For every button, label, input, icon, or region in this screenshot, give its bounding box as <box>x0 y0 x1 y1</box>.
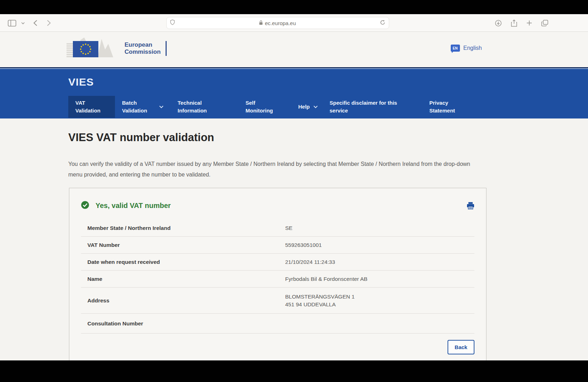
chevron-down-icon <box>159 105 163 108</box>
vies-brand[interactable]: VIES <box>68 76 588 88</box>
reload-icon[interactable] <box>380 20 385 27</box>
main-content: VIES VAT number validation You can verif… <box>0 131 588 360</box>
browser-window: ec.europa.eu <box>0 14 588 360</box>
table-row: Address BLOMSTERÄNGSVÄGEN 1 451 94 UDDEV… <box>81 288 474 314</box>
back-icon[interactable] <box>33 20 38 26</box>
ec-logo-line2: Commission <box>125 48 161 56</box>
language-badge: EN <box>451 45 460 52</box>
table-row: Name Fyrbodals Bil & Fordonscenter AB <box>81 271 474 288</box>
address-bar[interactable]: ec.europa.eu <box>166 17 389 29</box>
nav-item-help[interactable]: Help <box>298 96 318 118</box>
letterbox-bottom <box>0 360 588 382</box>
table-row: Date when request received 21/10/2024 11… <box>81 254 474 271</box>
result-table: Member State / Northern Ireland SE VAT N… <box>81 220 474 334</box>
intro-text: You can verify the validity of a VAT num… <box>68 159 486 180</box>
nav-item-vat-validation[interactable]: VAT Validation <box>68 96 115 118</box>
table-row: Member State / Northern Ireland SE <box>81 220 474 237</box>
european-commission-logo[interactable]: European Commission <box>67 37 167 60</box>
new-tab-icon[interactable] <box>526 20 532 26</box>
lock-icon <box>259 20 263 26</box>
validation-result-card: Yes, valid VAT number Member State / Nor… <box>69 188 486 360</box>
privacy-shield-icon[interactable] <box>170 19 175 27</box>
screen: ec.europa.eu <box>0 0 588 382</box>
chevron-down-icon[interactable] <box>21 22 25 24</box>
table-row: VAT Number 559263051001 <box>81 237 474 254</box>
language-label: English <box>463 45 482 51</box>
forward-icon[interactable] <box>47 20 51 26</box>
language-selector[interactable]: EN English <box>451 45 482 52</box>
status-message: Yes, valid VAT number <box>96 202 467 210</box>
address-line-1: BLOMSTERÄNGSVÄGEN 1 <box>285 293 474 301</box>
ec-logo-line1: European <box>125 41 161 48</box>
back-button[interactable]: Back <box>448 340 474 354</box>
print-icon[interactable] <box>467 202 474 209</box>
status-row: Yes, valid VAT number <box>81 201 474 210</box>
sidebar-icon[interactable] <box>8 20 16 27</box>
tabs-icon[interactable] <box>541 20 548 27</box>
logo-divider <box>166 41 167 56</box>
nav-item-self-monitoring[interactable]: Self Monitoring <box>246 96 283 118</box>
chevron-down-icon <box>313 105 318 108</box>
share-icon[interactable] <box>511 19 517 27</box>
address-url: ec.europa.eu <box>265 20 296 26</box>
nav-item-batch-validation[interactable]: Batch Validation <box>122 96 163 118</box>
check-circle-icon <box>81 201 89 210</box>
button-row: Back <box>81 340 474 354</box>
nav-item-technical-information[interactable]: Technical Information <box>178 96 217 118</box>
downloads-icon[interactable] <box>495 20 502 27</box>
nav-item-specific-disclaimer[interactable]: Specific disclaimer for this service <box>330 96 414 118</box>
letterbox-top <box>0 0 588 14</box>
address-line-2: 451 94 UDDEVALLA <box>285 301 474 308</box>
ec-flag-icon <box>67 37 120 60</box>
table-row: Consultation Number <box>81 314 474 334</box>
page-title: VIES VAT number validation <box>68 131 588 144</box>
nav-item-privacy-statement[interactable]: Privacy Statement <box>430 96 467 118</box>
main-nav: VAT Validation Batch Validation Technica… <box>68 96 588 118</box>
site-header: European Commission EN English <box>0 32 588 67</box>
vies-nav-band: VIES VAT Validation Batch Validation Tec… <box>0 67 588 118</box>
browser-toolbar: ec.europa.eu <box>0 14 588 32</box>
